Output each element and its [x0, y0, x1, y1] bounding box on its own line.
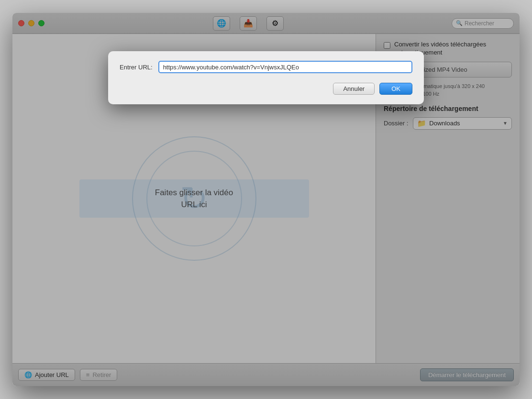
url-modal: Entrer URL: Annuler OK — [108, 51, 424, 104]
app-window: 🌐 📥 ⚙ 🔍 Rechercher ↻ Faites glisse — [12, 13, 520, 386]
modal-overlay: Entrer URL: Annuler OK — [12, 13, 520, 386]
ok-label: OK — [391, 85, 400, 92]
url-input[interactable] — [158, 61, 412, 73]
modal-url-row: Entrer URL: — [120, 61, 412, 73]
cancel-label: Annuler — [343, 85, 365, 92]
url-label: Entrer URL: — [120, 64, 153, 71]
modal-buttons: Annuler OK — [120, 83, 412, 95]
modal-ok-button[interactable]: OK — [379, 83, 412, 95]
modal-cancel-button[interactable]: Annuler — [333, 83, 375, 95]
